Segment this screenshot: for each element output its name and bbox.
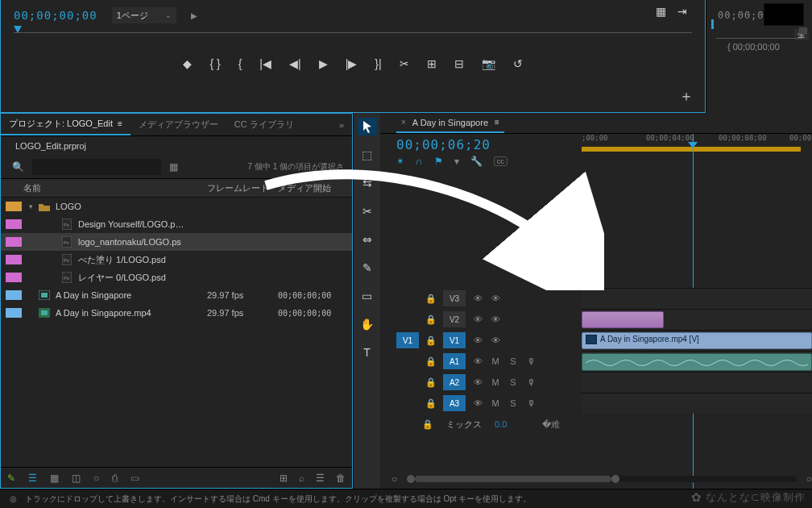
project-row[interactable]: Psべた塗り 1/LOGO.psd	[1, 251, 352, 269]
insert-icon[interactable]: ✂	[400, 57, 409, 70]
track-lane[interactable]	[582, 372, 812, 393]
voiceover-icon[interactable]: 🎙	[525, 398, 536, 408]
sort-icon[interactable]: ⎙	[112, 473, 118, 484]
lock-icon[interactable]: 🔒	[425, 356, 437, 367]
lock-icon[interactable]: 🔒	[425, 314, 437, 325]
solo-icon[interactable]: S	[508, 377, 519, 387]
duration-handle-icon[interactable]	[799, 27, 807, 34]
track-lane[interactable]: A Day in Singapore.mp4 [V]	[582, 330, 812, 351]
magnet-icon[interactable]: ∩	[416, 156, 423, 167]
list-view-icon[interactable]: ☰	[28, 473, 37, 484]
tab-cc-libraries[interactable]: CC ライブラリ	[226, 114, 302, 135]
clip-graphic[interactable]	[582, 311, 664, 328]
snap-icon[interactable]: ✴	[396, 156, 404, 167]
step-fwd-icon[interactable]: |▶	[346, 57, 358, 70]
lock-icon[interactable]: 🔒	[425, 294, 437, 304]
pencil-icon[interactable]: ✎	[7, 473, 15, 484]
pen-tool-icon[interactable]: ✎	[358, 259, 377, 277]
lock-icon[interactable]: 🔒	[425, 335, 437, 346]
toggle-output-icon[interactable]: 👁	[472, 356, 483, 366]
track-select-tool-icon[interactable]: ⬚	[358, 146, 377, 164]
clip-video[interactable]: A Day in Singapore.mp4 [V]	[582, 332, 812, 349]
track-target[interactable]: V1	[443, 332, 466, 348]
play-icon[interactable]: ▶	[319, 57, 328, 70]
mix-value[interactable]: 0.0	[495, 419, 507, 429]
header-name[interactable]: 名前	[20, 182, 207, 194]
project-list[interactable]: ▾LOGOPsDesign Yourself/LOGO.p…Pslogo_nan…	[1, 198, 352, 467]
export-frame-icon[interactable]: ⊟	[454, 57, 464, 70]
rectangle-tool-icon[interactable]: ▭	[358, 287, 377, 305]
marker-icon[interactable]: ◆	[183, 57, 192, 70]
toggle-output-icon[interactable]: 👁	[472, 398, 483, 408]
track-target[interactable]: A1	[443, 353, 466, 369]
toggle-output-icon[interactable]: 👁	[472, 377, 483, 387]
timeline-ruler[interactable]: ;00;0000;00;04;0000;00;08;0000;00;12;00	[582, 134, 812, 164]
solo-icon[interactable]: S	[508, 356, 519, 366]
camera-icon[interactable]: 📷	[482, 57, 495, 70]
page-dropdown[interactable]: 1ページ ⌄	[112, 7, 176, 23]
timeline-tab[interactable]: × A Day in Singapore ≡	[396, 113, 504, 133]
type-tool-icon[interactable]: T	[358, 344, 377, 361]
search-input[interactable]	[32, 159, 161, 175]
project-row[interactable]: A Day in Singapore29.97 fps00;00;00;00	[1, 286, 352, 304]
step-back-icon[interactable]: ◀|	[289, 57, 301, 70]
eye-icon[interactable]: 👁	[490, 314, 501, 324]
new-item-icon[interactable]: ☰	[316, 473, 325, 484]
in-icon[interactable]: {	[238, 57, 242, 70]
settings-wrench-icon[interactable]: 🔧	[470, 156, 483, 167]
grid-icon[interactable]: ▦	[656, 5, 666, 18]
track-target[interactable]: V2	[443, 311, 466, 327]
clip-audio[interactable]	[582, 353, 812, 371]
track-lane[interactable]	[582, 393, 812, 414]
tab-media-browser[interactable]: メディアブラウザー	[130, 114, 226, 135]
zoom-slider-icon[interactable]: ○	[93, 473, 99, 484]
captions-icon[interactable]: cc	[494, 156, 508, 166]
close-icon[interactable]: ×	[401, 118, 406, 127]
eye-icon[interactable]: 👁	[490, 335, 501, 345]
source-timecode[interactable]: 00;00;00;00	[14, 9, 97, 22]
toggle-output-icon[interactable]: 👁	[472, 335, 483, 345]
mute-icon[interactable]: M	[490, 398, 501, 408]
new-bin-icon[interactable]: ⊞	[280, 473, 288, 484]
timeline-timecode[interactable]: 00;00;06;20	[396, 137, 491, 152]
track-lane[interactable]	[582, 288, 812, 309]
filter-icon[interactable]: ▦	[169, 161, 178, 173]
project-row[interactable]: ▾LOGO	[1, 198, 352, 215]
program-time-ruler[interactable]	[716, 21, 802, 39]
zoom-scroll[interactable]	[407, 476, 797, 482]
disclosure-icon[interactable]: ▾	[25, 202, 36, 210]
project-row[interactable]: Psレイヤー 0/LOGO.psd	[1, 269, 352, 286]
razor-tool-icon[interactable]: ✂	[358, 202, 377, 220]
toggle-output-icon[interactable]: 👁	[472, 314, 483, 324]
track-lane[interactable]	[582, 309, 812, 330]
find-icon[interactable]: ⌕	[299, 473, 304, 484]
marker-add-icon[interactable]: ▾	[454, 156, 459, 167]
tabs-overflow-icon[interactable]: »	[331, 120, 352, 130]
go-to-out-icon[interactable]: }|	[375, 57, 381, 70]
toggle-output-icon[interactable]: 👁	[472, 294, 483, 303]
project-row[interactable]: PsDesign Yourself/LOGO.p…	[1, 215, 352, 233]
slip-tool-icon[interactable]: ⇔	[358, 231, 377, 248]
trash-icon[interactable]: 🗑	[336, 473, 346, 484]
voiceover-icon[interactable]: 🎙	[525, 356, 536, 366]
pan-icon[interactable]: �难	[542, 418, 560, 431]
icon-view-icon[interactable]: ▦	[50, 473, 59, 484]
overwrite-icon[interactable]: ⊞	[427, 57, 437, 70]
reset-icon[interactable]: ↺	[513, 57, 523, 70]
playhead-marker-icon[interactable]	[14, 26, 22, 33]
go-to-in-icon[interactable]: |◀	[259, 57, 271, 70]
playhead-icon[interactable]	[688, 142, 698, 148]
lock-icon[interactable]: 🔒	[425, 398, 437, 409]
mute-icon[interactable]: M	[490, 377, 501, 387]
playhead-icon[interactable]	[711, 19, 714, 29]
track-target[interactable]: A2	[443, 374, 466, 390]
voiceover-icon[interactable]: 🎙	[525, 377, 536, 387]
selection-tool-icon[interactable]	[358, 118, 377, 135]
solo-icon[interactable]: S	[508, 398, 519, 408]
project-row[interactable]: A Day in Singapore.mp429.97 fps00;00;00;…	[1, 304, 352, 322]
linked-selection-icon[interactable]: ⚑	[434, 156, 443, 167]
header-framerate[interactable]: フレームレート	[207, 182, 278, 194]
add-button-icon[interactable]: ＋	[679, 86, 694, 106]
ripple-edit-tool-icon[interactable]: ⇆	[358, 174, 377, 192]
source-time-ruler[interactable]	[14, 32, 692, 48]
